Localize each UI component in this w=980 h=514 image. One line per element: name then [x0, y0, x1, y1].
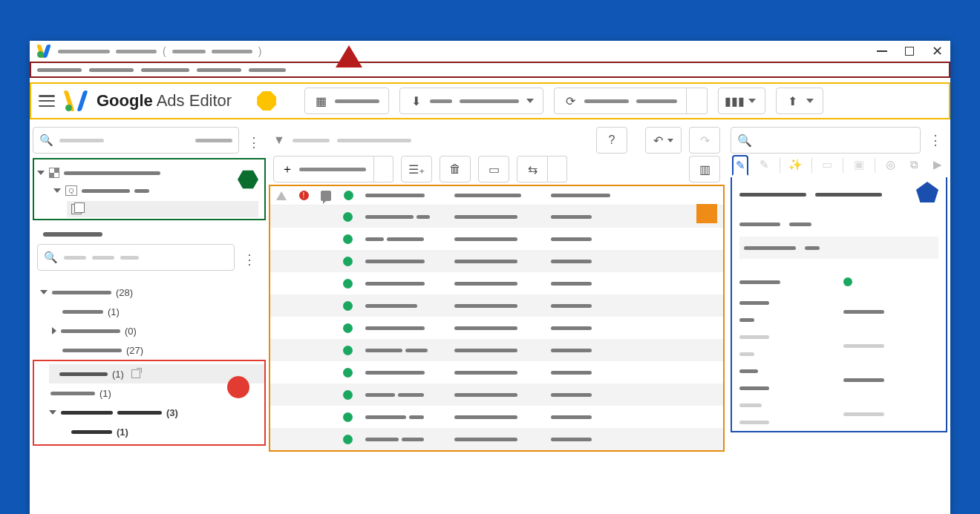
campaign-tree-item[interactable]: Q: [37, 182, 258, 200]
annotation-triangle-red: [336, 45, 362, 67]
plus-icon: ＋: [281, 162, 293, 177]
data-grid: !: [269, 185, 725, 452]
grid-row[interactable]: [270, 406, 723, 428]
entity-tree-item[interactable]: (28): [40, 283, 266, 302]
refresh-icon: ⟳: [564, 94, 577, 108]
entity-search-options-button[interactable]: ⋮: [238, 248, 261, 271]
right-panel: 🔍 ⋮ ✎ ✎ ✨ ▭ ▣ ◎ ⧉ ▶: [728, 124, 950, 514]
check-changes-dropdown[interactable]: [687, 88, 708, 114]
tab-target[interactable]: ◎: [883, 155, 899, 176]
left-panel: 🔍 ⋮ Q: [30, 124, 266, 514]
details-tabstrip: ✎ ✎ ✨ ▭ ▣ ◎ ⧉ ▶: [731, 154, 947, 177]
campaign-tree: Q: [33, 158, 266, 220]
window-titlebar: ( ) ✕: [30, 41, 950, 62]
google-ads-logo-icon: [65, 90, 86, 111]
entity-tree-item[interactable]: (1): [40, 302, 266, 321]
close-button[interactable]: ✕: [932, 43, 943, 59]
window-icon: ▭: [822, 158, 832, 171]
view-statistics-button[interactable]: ▮▮▮: [718, 88, 765, 114]
bar-chart-icon: ▮▮▮: [728, 94, 741, 108]
annotation-octagon-yellow: [257, 91, 276, 111]
grid-row[interactable]: [270, 317, 723, 339]
grid-row[interactable]: [270, 339, 723, 361]
redo-button[interactable]: ↷: [689, 127, 720, 154]
pencil-icon: ✎: [736, 159, 745, 172]
remove-button[interactable]: 🗑: [440, 156, 471, 182]
hamburger-menu-button[interactable]: [39, 95, 55, 107]
grid-row[interactable]: [270, 361, 723, 383]
video-button[interactable]: ▭: [478, 156, 509, 182]
details-editor: [731, 177, 947, 432]
details-field[interactable]: [739, 237, 938, 259]
grid-filter-bar: ▼ ? ↶ ↷: [269, 127, 725, 154]
pencil-icon: ✎: [760, 158, 769, 171]
replace-button[interactable]: ⇆: [517, 156, 548, 182]
error-col-icon: !: [299, 191, 309, 200]
main-toolbar: Google Ads Editor ▦ ⬇ ⟳ ▮▮▮ ⬆: [30, 82, 950, 119]
apps-grid-icon: ▦: [314, 94, 327, 108]
app-menubar[interactable]: [30, 62, 950, 78]
grid-row[interactable]: [270, 428, 723, 450]
download-icon: ⬇: [409, 94, 422, 108]
details-search-input[interactable]: 🔍: [731, 127, 921, 154]
grid-row[interactable]: [270, 205, 723, 228]
campaign-search-options-button[interactable]: ⋮: [242, 131, 266, 154]
undo-icon: ↶: [653, 134, 663, 148]
annotation-square-orange: [696, 204, 717, 223]
grid-row[interactable]: [270, 294, 723, 317]
tab-edit-alt[interactable]: ✎: [756, 155, 772, 176]
trash-icon: 🗑: [449, 162, 461, 176]
post-changes-button[interactable]: ⬆: [776, 88, 823, 114]
grid-row[interactable]: [270, 383, 723, 406]
tab-preview[interactable]: ▭: [820, 155, 836, 176]
entity-tree-item[interactable]: (27): [40, 340, 266, 360]
multi-edit-button[interactable]: ☰₊: [401, 156, 432, 182]
maximize-button[interactable]: [905, 47, 914, 56]
redo-icon: ↷: [700, 134, 710, 148]
adgroup-icon: [71, 204, 82, 214]
tab-tag[interactable]: ▶: [930, 155, 946, 176]
entity-type-tree: (28) (1) (0) (27): [33, 283, 266, 360]
annotation-circle-red: [227, 376, 249, 398]
tab-wand[interactable]: ✨: [788, 155, 804, 176]
search-icon: 🔍: [44, 251, 58, 264]
filter-icon: ▼: [273, 134, 285, 147]
tab-link[interactable]: ⧉: [906, 155, 923, 176]
columns-icon: ▥: [699, 162, 710, 177]
columns-button[interactable]: ▥: [689, 156, 720, 182]
app-logo-icon: [37, 45, 50, 58]
video-icon: ▭: [489, 162, 500, 177]
undo-button[interactable]: ↶: [645, 127, 682, 154]
image-icon: ▣: [854, 158, 864, 171]
entity-tree-item[interactable]: (1): [49, 422, 264, 441]
campaign-search-input[interactable]: 🔍: [33, 127, 239, 154]
replace-dropdown[interactable]: [548, 156, 567, 182]
entity-tree-item[interactable]: (3): [49, 403, 264, 422]
search-icon: 🔍: [39, 134, 53, 147]
upload-icon: ⬆: [785, 94, 799, 108]
search-icon: 🔍: [737, 134, 752, 148]
wand-icon: ✨: [788, 158, 803, 171]
entity-type-tree-focus: (1) (1) (3) (1): [33, 360, 266, 446]
swap-icon: ⇆: [528, 162, 538, 177]
minimize-button[interactable]: [877, 50, 887, 52]
grid-row[interactable]: [270, 250, 723, 272]
entity-tree-item[interactable]: (0): [40, 321, 266, 340]
campaign-tree-root[interactable]: [37, 164, 258, 182]
tab-image[interactable]: ▣: [851, 155, 867, 176]
details-search-options-button[interactable]: ⋮: [924, 128, 947, 152]
campaign-tree-item-selected[interactable]: [67, 201, 258, 217]
check-changes-button[interactable]: ⟳: [554, 88, 687, 114]
download-recent-changes-button[interactable]: ⬇: [399, 88, 543, 114]
help-button[interactable]: ?: [596, 127, 627, 154]
link-icon: ⧉: [910, 158, 918, 171]
grid-row[interactable]: [270, 272, 723, 294]
window-title: ( ): [58, 45, 877, 57]
add-dropdown[interactable]: [374, 156, 393, 182]
target-icon: ◎: [886, 158, 895, 171]
tab-edit[interactable]: ✎: [732, 155, 748, 176]
accounts-button[interactable]: ▦: [304, 88, 389, 114]
grid-row[interactable]: [270, 228, 723, 250]
entity-search-input[interactable]: 🔍: [37, 244, 235, 271]
add-button[interactable]: ＋: [273, 156, 374, 182]
